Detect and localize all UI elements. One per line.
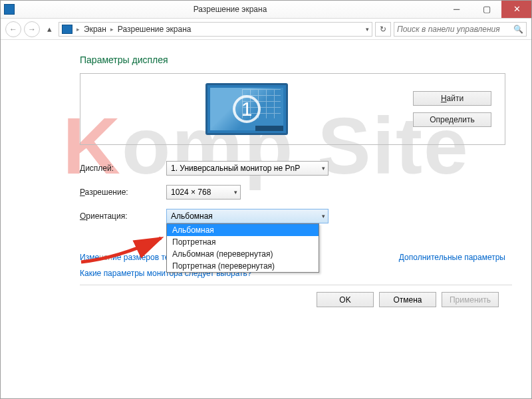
search-box[interactable]: 🔍 [394, 22, 527, 37]
monitor-thumbnail[interactable]: 1 [205, 83, 288, 135]
resolution-label: Разрешение: [80, 188, 166, 197]
chevron-right-icon: ▸ [76, 26, 80, 33]
maximize-button[interactable]: ▢ [471, 0, 501, 18]
detect-button[interactable]: Определить [413, 112, 491, 127]
window-icon [4, 4, 15, 15]
search-input[interactable] [397, 25, 513, 34]
orientation-option[interactable]: Альбомная [167, 224, 319, 236]
find-button[interactable]: Найти [413, 91, 491, 106]
control-panel-icon [62, 25, 72, 34]
content-area: Параметры дисплея 1 Найти Определить Дис… [0, 40, 532, 314]
nav-bar: ← → ▴ ▸ Экран ▸ Разрешение экрана ▾ ↻ 🔍 [0, 19, 532, 40]
chevron-down-icon: ▾ [322, 165, 325, 172]
orientation-option[interactable]: Портретная (перевернутая) [167, 260, 319, 272]
divider [80, 285, 512, 285]
apply-button[interactable]: Применить [442, 292, 499, 307]
dialog-actions: OK Отмена Применить [80, 292, 505, 307]
orientation-options-list: АльбомнаяПортретнаяАльбомная (перевернут… [166, 223, 319, 273]
close-button[interactable]: ✕ [501, 0, 532, 18]
breadcrumb-resolution[interactable]: Разрешение экрана [118, 25, 192, 34]
advanced-settings-link[interactable]: Дополнительные параметры [399, 253, 505, 262]
up-button[interactable]: ▴ [43, 23, 56, 36]
title-bar: Разрешение экрана ─ ▢ ✕ [0, 0, 532, 19]
forward-button[interactable]: → [24, 21, 40, 37]
chevron-down-icon[interactable]: ▾ [366, 26, 369, 33]
display-dropdown[interactable]: 1. Универсальный монитор не PnP ▾ [166, 161, 329, 176]
cancel-button[interactable]: Отмена [379, 292, 436, 307]
resolution-value: 1024 × 768 [171, 188, 211, 197]
resolution-dropdown[interactable]: 1024 × 768 ▾ [166, 185, 241, 200]
display-label: Дисплей: [80, 164, 166, 173]
orientation-dropdown[interactable]: Альбомная ▾ [166, 209, 329, 223]
chevron-down-icon: ▾ [322, 213, 325, 219]
chevron-down-icon: ▾ [234, 189, 237, 196]
refresh-button[interactable]: ↻ [375, 22, 391, 37]
settings-form: Дисплей: 1. Универсальный монитор не PnP… [80, 161, 505, 307]
orientation-option[interactable]: Портретная [167, 236, 319, 248]
display-preview: 1 Найти Определить [80, 73, 505, 145]
monitor-number: 1 [241, 98, 253, 120]
window-title: Разрешение экрана [19, 5, 442, 14]
page-heading: Параметры дисплея [80, 55, 505, 65]
ok-button[interactable]: OK [317, 292, 374, 307]
back-button[interactable]: ← [5, 21, 21, 37]
orientation-label: Ориентация: [80, 211, 166, 221]
address-bar[interactable]: ▸ Экран ▸ Разрешение экрана ▾ [59, 22, 372, 37]
breadcrumb-screen[interactable]: Экран [84, 25, 106, 34]
orientation-option[interactable]: Альбомная (перевернутая) [167, 248, 319, 260]
display-value: 1. Универсальный монитор не PnP [171, 164, 300, 173]
orientation-value: Альбомная [171, 211, 213, 221]
minimize-button[interactable]: ─ [442, 0, 471, 18]
chevron-right-icon: ▸ [110, 26, 114, 33]
search-icon: 🔍 [513, 25, 523, 34]
